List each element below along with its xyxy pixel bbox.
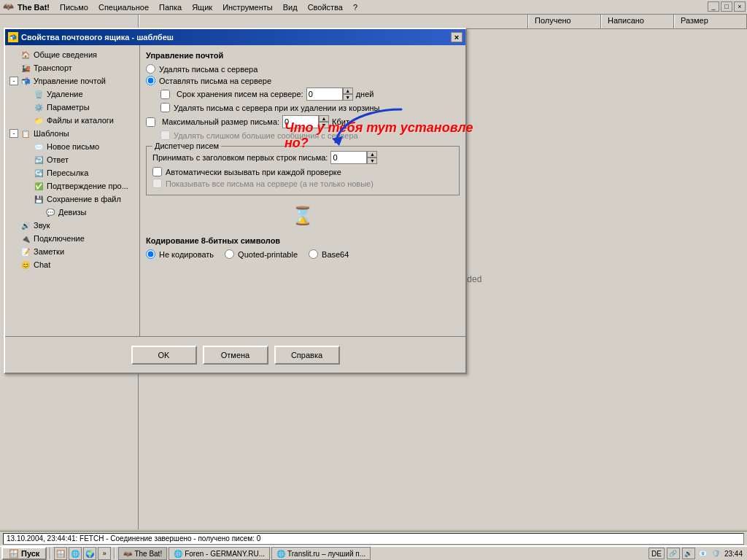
- max-size-spin-up[interactable]: ▲: [319, 115, 329, 122]
- tree-icon-templates: 📋: [20, 128, 31, 139]
- radio-keep-on-server[interactable]: [146, 76, 155, 85]
- tree-item-confirm[interactable]: + ✅ Подтверждение про...: [8, 179, 136, 192]
- menu-mailbox[interactable]: Ящик: [187, 2, 217, 12]
- radio-delete-from-server[interactable]: [146, 64, 155, 74]
- modal-overlay: 📬 Свойства почтового ящика - шаблбеш × +…: [0, 0, 747, 560]
- tree-item-savefile[interactable]: + 💾 Сохранение в файл: [8, 192, 136, 206]
- radio-b64[interactable]: [309, 249, 318, 259]
- tree-icon-forward: ↪️: [33, 167, 44, 179]
- taskbar-item-foren-icon: 🌐: [174, 550, 182, 558]
- tree-item-params[interactable]: + ⚙️ Параметры: [8, 101, 136, 114]
- tree-icon-files: 📁: [33, 114, 44, 126]
- tree-icon-delete: 🗑️: [33, 88, 44, 100]
- close-button[interactable]: ×: [734, 1, 746, 12]
- menu-folder[interactable]: Папка: [155, 2, 186, 12]
- expiry-input[interactable]: [306, 88, 343, 101]
- taskbar-icon-4[interactable]: »: [98, 547, 111, 560]
- tree-label-savefile: Сохранение в файл: [47, 195, 121, 203]
- tree-item-transport[interactable]: + 🚂 Транспорт: [8, 61, 136, 74]
- help-button[interactable]: Справка: [274, 346, 340, 365]
- delete-large-checkbox[interactable]: [160, 131, 170, 140]
- hourglass-area: ⌛: [146, 201, 460, 230]
- tree-item-newmail[interactable]: + ✉️ Новое письмо: [8, 140, 136, 153]
- window-controls[interactable]: _ □ ×: [708, 1, 746, 12]
- tree-item-chat[interactable]: + 😊 Chat: [8, 258, 136, 271]
- tree-item-delete[interactable]: + 🗑️ Удаление: [8, 88, 136, 101]
- taskbar-right: DE 🔗 🔊 📧 🛡️ 23:44: [646, 548, 746, 559]
- taskbar-lang[interactable]: DE: [649, 548, 665, 559]
- taskbar-icon-2[interactable]: 🌐: [69, 547, 82, 560]
- dialog-close-button[interactable]: ×: [451, 32, 462, 42]
- taskbar-item-foren[interactable]: 🌐 Foren - GERMANY.RU...: [169, 547, 270, 560]
- dispatcher-spin-up[interactable]: ▲: [367, 151, 377, 158]
- tree-icon-params: ⚙️: [33, 101, 44, 113]
- expiry-unit: дней: [356, 90, 374, 98]
- taskbar-tray-icons: 📧 🛡️: [697, 548, 722, 559]
- menu-tools[interactable]: Инструменты: [218, 2, 277, 12]
- max-size-spin-wrapper: ▲ ▼: [282, 115, 329, 128]
- auto-invoke-checkbox[interactable]: [152, 167, 162, 176]
- app-menu[interactable]: Письмо Специальное Папка Ящик Инструмент…: [55, 2, 362, 12]
- tree-item-deviz[interactable]: + 💬 Девизы: [8, 206, 136, 219]
- tree-label-forward: Пересылка: [47, 168, 88, 177]
- tree-icon-mailmgmt: 📬: [20, 75, 31, 87]
- ok-button[interactable]: OK: [131, 346, 197, 365]
- expand-icon-mailmgmt[interactable]: -: [9, 77, 18, 85]
- taskbar-item-thebat[interactable]: 🦇 The Bat!: [118, 547, 167, 560]
- taskbar-sep-1: [50, 548, 51, 559]
- encoding-row: Не кодировать Quoted-printable Base64: [146, 249, 460, 261]
- maximize-button[interactable]: □: [721, 1, 732, 12]
- max-size-label: Максимальный размер письма:: [162, 117, 279, 126]
- tree-item-general[interactable]: + 🏠 Общие сведения: [8, 48, 136, 61]
- dialog-title-text: Свойства почтового ящика - шаблбеш: [21, 33, 174, 42]
- taskbar-volume-icon: 🔊: [682, 548, 695, 559]
- taskbar-tray-2: 🛡️: [711, 548, 722, 559]
- cancel-button[interactable]: Отмена: [203, 346, 268, 365]
- tree-label-files: Файлы и каталоги: [47, 116, 114, 125]
- expiry-checkbox[interactable]: [160, 90, 170, 99]
- tree-item-forward[interactable]: + ↪️ Пересылка: [8, 166, 136, 179]
- app-title: 🦇 The Bat!: [3, 1, 50, 13]
- taskbar-item-translit[interactable]: 🌐 Translit.ru – лучший п...: [271, 547, 371, 560]
- radio-no-encode[interactable]: [146, 249, 155, 259]
- radio-qp[interactable]: [225, 249, 234, 259]
- dispatcher-input[interactable]: [330, 151, 367, 164]
- tree-label-confirm: Подтверждение про...: [47, 182, 128, 190]
- encoding-no-encode-row: Не кодировать: [146, 249, 214, 259]
- tree-item-files[interactable]: + 📁 Файлы и каталоги: [8, 114, 136, 127]
- expiry-spin-down[interactable]: ▼: [343, 94, 353, 101]
- show-all-row: Показывать все письма на сервере (а не т…: [152, 179, 453, 188]
- minimize-button[interactable]: _: [708, 1, 719, 12]
- max-size-spin-down[interactable]: ▼: [319, 122, 329, 128]
- start-button[interactable]: 🪟 Пуск: [1, 547, 47, 560]
- app-menubar: 🦇 The Bat! Письмо Специальное Папка Ящик…: [0, 0, 747, 15]
- tree-item-reply[interactable]: + ↩️ Ответ: [8, 153, 136, 166]
- menu-help[interactable]: ?: [349, 2, 362, 12]
- delete-large-section: Удалять слишком большие сообщения с серв…: [160, 131, 460, 140]
- max-size-input[interactable]: [282, 115, 319, 128]
- menu-view[interactable]: Вид: [279, 2, 302, 12]
- tree-item-mailmgmt[interactable]: - 📬 Управление почтой: [8, 74, 136, 88]
- delete-on-trash-checkbox[interactable]: [160, 103, 170, 112]
- delete-on-trash-label: Удалять письма с сервера при их удалении…: [174, 104, 379, 112]
- expand-icon-templates[interactable]: -: [9, 129, 18, 138]
- start-icon: 🪟: [9, 549, 19, 559]
- menu-letter[interactable]: Письмо: [55, 2, 93, 12]
- tree-item-connection[interactable]: + 🔌 Подключение: [8, 232, 136, 245]
- dispatcher-spin-down[interactable]: ▼: [367, 158, 377, 164]
- taskbar-icon-1[interactable]: 🪟: [54, 547, 67, 560]
- dialog: 📬 Свойства почтового ящика - шаблбеш × +…: [4, 28, 467, 374]
- tree-item-sound[interactable]: + 🔊 Звук: [8, 219, 136, 232]
- max-size-checkbox[interactable]: [146, 117, 155, 127]
- radio-delete-from-server-row: Удалять письма с сервера: [146, 64, 460, 74]
- taskbar-icon-3[interactable]: 🌍: [83, 547, 96, 560]
- tree-item-notes[interactable]: + 📝 Заметки: [8, 245, 136, 258]
- tree-icon-reply: ↩️: [33, 154, 44, 166]
- menu-special[interactable]: Специальное: [94, 2, 153, 12]
- menu-props[interactable]: Свойства: [303, 2, 347, 12]
- tree-item-templates[interactable]: - 📋 Шаблоны: [8, 127, 136, 140]
- taskbar-item-thebat-label: The Bat!: [134, 550, 162, 558]
- expiry-spin-up[interactable]: ▲: [343, 88, 353, 94]
- show-all-checkbox[interactable]: [152, 179, 162, 188]
- dispatcher-header-label: Принимать с заголовком первых строк пись…: [152, 153, 328, 162]
